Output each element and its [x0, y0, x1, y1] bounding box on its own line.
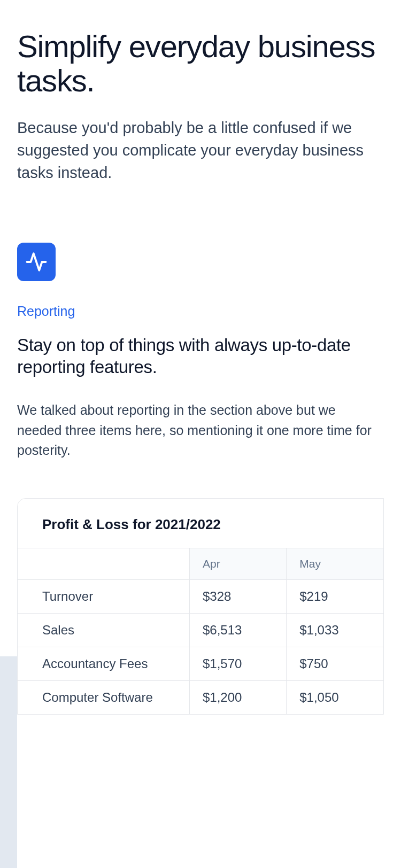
table-title: Profit & Loss for 2021/2022 — [18, 499, 383, 548]
table-row: Accountancy Fees $1,570 $750 — [18, 647, 383, 680]
table-header-apr: Apr — [189, 548, 286, 579]
table-row: Turnover $328 $219 — [18, 579, 383, 613]
row-value-may: $219 — [287, 579, 383, 613]
profit-loss-table: Apr May Turnover $328 $219 Sales $6,513 … — [18, 548, 383, 714]
row-value-apr: $1,570 — [189, 647, 286, 680]
row-label: Sales — [18, 613, 189, 647]
row-value-may: $750 — [287, 647, 383, 680]
feature-description: We talked about reporting in the section… — [17, 400, 384, 461]
row-value-apr: $6,513 — [189, 613, 286, 647]
row-value-apr: $328 — [189, 579, 286, 613]
row-value-may: $1,050 — [287, 680, 383, 714]
feature-title: Stay on top of things with always up-to-… — [17, 334, 384, 378]
table-header-empty — [18, 548, 189, 579]
table-header-may: May — [287, 548, 383, 579]
reporting-icon — [17, 243, 56, 281]
hero-subtitle: Because you'd probably be a little confu… — [17, 117, 384, 184]
table-row: Sales $6,513 $1,033 — [18, 613, 383, 647]
row-label: Computer Software — [18, 680, 189, 714]
row-label: Turnover — [18, 579, 189, 613]
row-value-may: $1,033 — [287, 613, 383, 647]
profit-loss-card: Profit & Loss for 2021/2022 Apr May Turn… — [17, 498, 384, 715]
background-accent — [0, 656, 17, 868]
table-row: Computer Software $1,200 $1,050 — [18, 680, 383, 714]
row-value-apr: $1,200 — [189, 680, 286, 714]
feature-label: Reporting — [17, 304, 384, 319]
hero-title: Simplify everyday business tasks. — [17, 29, 384, 98]
row-label: Accountancy Fees — [18, 647, 189, 680]
